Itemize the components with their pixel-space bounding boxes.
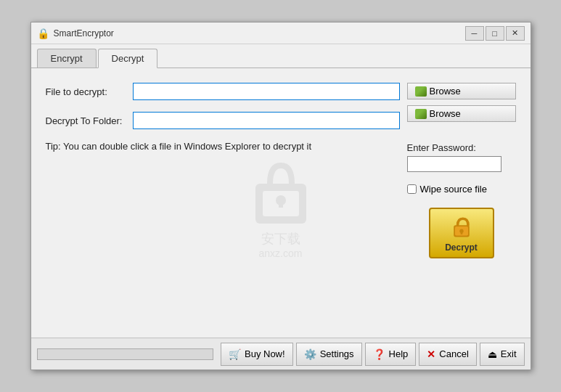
title-bar: 🔒 SmartEncryptor ─ □ ✕	[31, 23, 531, 44]
decrypt-button-area: Decrypt	[407, 208, 516, 258]
lock-open-icon	[449, 213, 475, 240]
help-icon: ❓	[373, 348, 385, 360]
right-panel: Browse Browse Enter Password: Wipe sourc…	[407, 83, 516, 258]
password-section: Enter Password:	[407, 142, 516, 172]
password-label: Enter Password:	[407, 142, 516, 153]
browse-file-button[interactable]: Browse	[407, 83, 516, 99]
svg-rect-1	[263, 191, 299, 216]
tab-encrypt[interactable]: Encrypt	[37, 49, 97, 68]
tab-decrypt[interactable]: Decrypt	[98, 49, 158, 68]
password-input[interactable]	[407, 156, 501, 172]
cancel-icon: ✕	[427, 348, 435, 360]
bottom-bar: 🛒 Buy Now! ⚙️ Settings ❓ Help ✕ Cancel ⏏…	[31, 338, 531, 369]
watermark: 安下载 anxz.com	[245, 155, 317, 259]
wipe-checkbox[interactable]	[407, 184, 417, 194]
progress-bar	[37, 348, 213, 360]
buy-button[interactable]: 🛒 Buy Now!	[221, 343, 293, 366]
watermark-icon	[245, 155, 317, 227]
decrypt-button[interactable]: Decrypt	[429, 208, 494, 258]
file-row: File to decrypt:	[46, 83, 400, 100]
folder-row: Decrypt To Folder:	[46, 112, 400, 129]
browse-folder-button[interactable]: Browse	[407, 105, 516, 122]
svg-rect-7	[460, 231, 462, 234]
browse-icon-1	[415, 86, 427, 97]
watermark-text1: 安下载	[261, 230, 300, 248]
title-buttons: ─ □ ✕	[465, 26, 525, 41]
close-button[interactable]: ✕	[506, 26, 525, 41]
maximize-button[interactable]: □	[486, 26, 504, 41]
title-bar-left: 🔒 SmartEncryptor	[37, 28, 114, 39]
app-window: 🔒 SmartEncryptor ─ □ ✕ Encrypt Decrypt	[30, 22, 531, 370]
svg-rect-0	[255, 184, 306, 224]
exit-icon: ⏏	[488, 348, 497, 360]
exit-button[interactable]: ⏏ Exit	[480, 343, 525, 366]
folder-label: Decrypt To Folder:	[46, 115, 133, 126]
tab-bar: Encrypt Decrypt	[31, 44, 531, 68]
main-content: 安下载 anxz.com File to decrypt: Decrypt To…	[46, 83, 516, 330]
tip-text: Tip: You can double click a file in Wind…	[46, 141, 400, 152]
content-area: 安下载 anxz.com File to decrypt: Decrypt To…	[31, 68, 531, 338]
minimize-button[interactable]: ─	[465, 26, 484, 41]
gear-icon: ⚙️	[304, 348, 316, 360]
file-label: File to decrypt:	[46, 86, 133, 97]
settings-button[interactable]: ⚙️ Settings	[296, 343, 362, 366]
svg-point-2	[276, 195, 286, 205]
wipe-label: Wipe source file	[420, 184, 487, 195]
cancel-button[interactable]: ✕ Cancel	[419, 343, 476, 366]
app-title: SmartEncryptor	[54, 28, 114, 38]
watermark-text2: anxz.com	[259, 248, 303, 259]
svg-rect-3	[279, 200, 283, 208]
app-icon: 🔒	[37, 28, 49, 39]
cart-icon: 🛒	[229, 348, 241, 360]
folder-input[interactable]	[133, 112, 400, 129]
decrypt-btn-label: Decrypt	[445, 242, 478, 253]
browse-icon-2	[415, 109, 427, 119]
help-button[interactable]: ❓ Help	[365, 343, 417, 366]
wipe-row: Wipe source file	[407, 184, 516, 195]
file-input[interactable]	[133, 83, 400, 100]
